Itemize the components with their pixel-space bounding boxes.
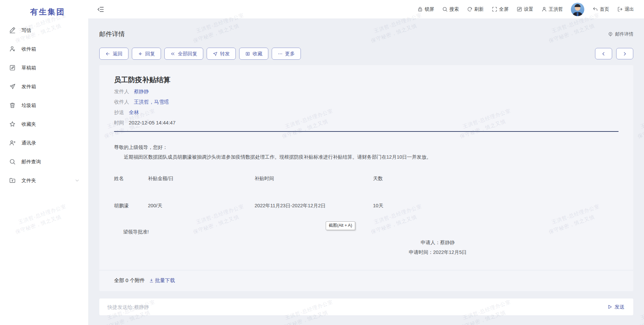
attachments-summary: 全部 0 个附件 xyxy=(114,277,145,284)
sidebar-item-label: 写信 xyxy=(21,27,31,34)
breadcrumb-label: 邮件详情 xyxy=(615,31,633,37)
sidebar-item-垃圾箱[interactable]: 垃圾箱 xyxy=(0,96,88,115)
sidebar-item-写信[interactable]: 写信 xyxy=(0,21,88,40)
topbar-lock-screen[interactable]: 锁屏 xyxy=(417,6,434,12)
sidebar-item-邮件查询[interactable]: 邮件查询 xyxy=(0,152,88,171)
send-triangle-icon xyxy=(607,304,612,310)
topbar-current-user-label: 王洪哲 xyxy=(549,6,563,12)
mail-action-buttons: 返回回复全部回复转发收藏更多 xyxy=(99,48,301,60)
send-button[interactable]: 发送 xyxy=(607,304,625,310)
settings-icon xyxy=(517,6,522,12)
reply-icon xyxy=(138,51,143,56)
search-icon xyxy=(442,6,448,12)
topbar-refresh[interactable]: 刷新 xyxy=(467,6,484,12)
sidebar-item-label: 文件夹 xyxy=(21,177,36,184)
topbar-search-label: 搜索 xyxy=(449,6,459,12)
main-column: 锁屏搜索刷新全屏设置王洪哲首页退出 邮件详情 邮件详情 返回回复全部回复转发收藏… xyxy=(88,0,644,325)
mail-meta-row: 抄送全林 xyxy=(114,109,619,116)
meta-label: 发件人 xyxy=(114,89,129,94)
subsidy-table-body: 胡鹏濠200/天2022年11月23日-2022年12月2日10天 xyxy=(114,182,475,209)
table-cell: 200/天 xyxy=(148,182,255,209)
next-mail-button[interactable] xyxy=(616,48,633,59)
sidebar-item-通讯录[interactable]: 通讯录 xyxy=(0,133,88,152)
mail-meta-row: 收件人王洪哲，马雪瑶 xyxy=(114,99,619,105)
prev-mail-button[interactable] xyxy=(595,48,612,59)
quick-send-bar: 发送 xyxy=(99,299,633,315)
topbar-search[interactable]: 搜索 xyxy=(442,6,459,12)
mail-meta: 发件人蔡静静收件人王洪哲，马雪瑶抄送全林时间2022-12-05 14:44:4… xyxy=(114,88,619,126)
sidebar-item-收件箱[interactable]: 收件箱 xyxy=(0,40,88,58)
reply-button[interactable]: 回复 xyxy=(132,48,161,60)
topbar-current-user[interactable]: 王洪哲 xyxy=(541,6,563,12)
page-header: 邮件详情 邮件详情 xyxy=(99,30,633,39)
mail-subject: 员工防疫补贴结算 xyxy=(114,75,619,85)
screenshot-tooltip: 截图(Alt + A) xyxy=(326,221,355,230)
more-icon xyxy=(278,51,283,56)
subsidy-table: 姓名补贴金额/日补贴时间天数 胡鹏濠200/天2022年11月23日-2022年… xyxy=(114,173,475,209)
meta-value-link[interactable]: 蔡静静 xyxy=(134,89,149,94)
mail-body: 尊敬的上级领导，您好： 近期福田区数据团队成员胡鹏濠被抽调沙头街道参加疫情数据处… xyxy=(99,132,633,257)
brand-logo: 有生集团 xyxy=(0,0,88,21)
user-icon xyxy=(541,6,547,12)
topbar-home[interactable]: 首页 xyxy=(592,6,609,12)
breadcrumb: 邮件详情 xyxy=(608,31,633,37)
user-avatar[interactable] xyxy=(571,3,584,16)
sidebar-item-label: 发件箱 xyxy=(21,84,36,90)
sent-icon xyxy=(9,83,16,90)
search-icon xyxy=(9,158,16,165)
logout-icon xyxy=(617,6,623,12)
topbar: 锁屏搜索刷新全屏设置王洪哲首页退出 xyxy=(88,0,644,18)
more-button[interactable]: 更多 xyxy=(272,48,301,60)
location-pin-icon xyxy=(608,32,613,37)
draft-icon xyxy=(9,64,16,71)
topbar-settings[interactable]: 设置 xyxy=(517,6,533,12)
back-button-label: 返回 xyxy=(113,51,122,57)
sidebar-item-label: 通讯录 xyxy=(21,140,36,146)
attachments-row: 全部 0 个附件 批量下载 xyxy=(99,270,633,291)
reply-all-button[interactable]: 全部回复 xyxy=(164,48,203,60)
favorite-button[interactable]: 收藏 xyxy=(239,48,268,60)
sidebar-item-文件夹[interactable]: 文件夹 xyxy=(0,171,88,190)
mail-pager xyxy=(595,48,633,59)
sidebar-item-label: 垃圾箱 xyxy=(21,102,36,109)
table-cell: 2022年11月23日-2022年12月2日 xyxy=(255,182,373,209)
mail-greeting: 尊敬的上级领导，您好： xyxy=(114,144,619,151)
forward-button[interactable]: 转发 xyxy=(207,48,236,60)
arrow-left-icon xyxy=(105,51,110,56)
topbar-logout[interactable]: 退出 xyxy=(617,6,634,12)
sidebar-item-label: 邮件查询 xyxy=(21,159,41,165)
app-window: 有生集团 写信收件箱草稿箱发件箱垃圾箱收藏夹通讯录邮件查询文件夹 锁屏搜索刷新全… xyxy=(0,0,644,325)
fullscreen-icon xyxy=(492,6,497,12)
topbar-fullscreen[interactable]: 全屏 xyxy=(492,6,508,12)
table-cell: 胡鹏濠 xyxy=(114,182,148,209)
mail-detail-card: 员工防疫补贴结算 发件人蔡静静收件人王洪哲，马雪瑶抄送全林时间2022-12-0… xyxy=(99,65,633,291)
table-header-cell: 姓名 xyxy=(114,173,148,182)
sidebar-item-label: 收件箱 xyxy=(21,46,36,52)
meta-value-link[interactable]: 王洪哲，马雪瑶 xyxy=(134,99,169,105)
table-header-cell: 天数 xyxy=(373,173,475,182)
apply-time-line: 申请时间：2022年12月5日 xyxy=(351,248,525,257)
sidebar-item-草稿箱[interactable]: 草稿箱 xyxy=(0,58,88,77)
quick-send-input[interactable] xyxy=(107,304,607,310)
meta-label: 时间 xyxy=(114,120,124,125)
applicant-line: 申请人：蔡静静 xyxy=(351,238,525,248)
sidebar-item-收藏夹[interactable]: 收藏夹 xyxy=(0,115,88,133)
sidebar-item-发件箱[interactable]: 发件箱 xyxy=(0,77,88,96)
download-icon xyxy=(149,278,154,283)
batch-download-link[interactable]: 批量下载 xyxy=(149,277,175,284)
back-button[interactable]: 返回 xyxy=(99,48,128,60)
mail-head: 员工防疫补贴结算 发件人蔡静静收件人王洪哲，马雪瑶抄送全林时间2022-12-0… xyxy=(99,65,633,132)
meta-value-link[interactable]: 全林 xyxy=(129,109,139,115)
meta-label: 抄送 xyxy=(114,109,124,115)
collapse-sidebar-icon[interactable] xyxy=(97,6,104,13)
sidebar-item-label: 收藏夹 xyxy=(21,121,36,127)
reply-button-label: 回复 xyxy=(145,51,155,57)
lock-icon xyxy=(417,6,423,12)
meta-label: 收件人 xyxy=(114,99,129,105)
compose-icon xyxy=(9,27,16,34)
toolbar-row: 返回回复全部回复转发收藏更多 xyxy=(99,48,633,60)
contacts-icon xyxy=(9,140,16,146)
refresh-icon xyxy=(467,6,473,12)
table-header-cell: 补贴时间 xyxy=(255,173,373,182)
table-cell: 10天 xyxy=(373,182,475,209)
